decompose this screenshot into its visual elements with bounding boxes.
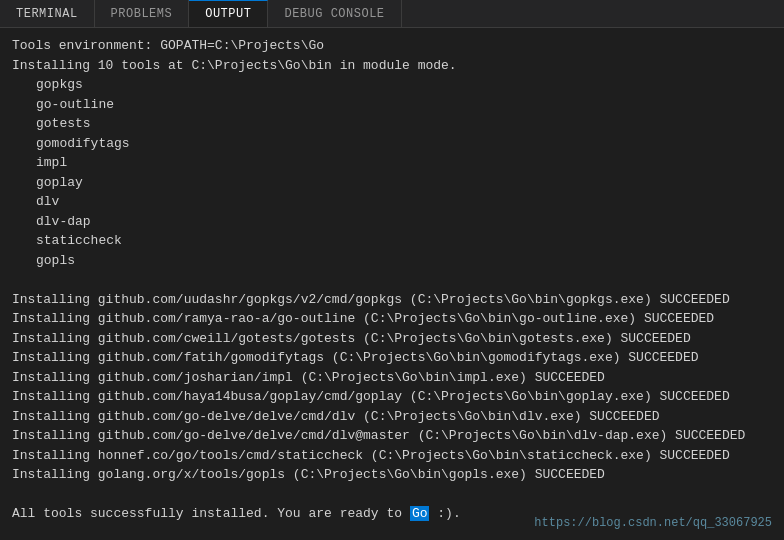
output-line: Installing github.com/cweill/gotests/got… (12, 329, 772, 349)
output-line: dlv-dap (12, 212, 772, 232)
output-line: dlv (12, 192, 772, 212)
output-line: Installing github.com/fatih/gomodifytags… (12, 348, 772, 368)
output-line: goplay (12, 173, 772, 193)
success-text-before: All tools successfully installed. You ar… (12, 506, 410, 521)
output-line: gopls (12, 251, 772, 271)
output-line (12, 485, 772, 505)
output-line: gopkgs (12, 75, 772, 95)
output-line: Installing 10 tools at C:\Projects\Go\bi… (12, 56, 772, 76)
output-line: Installing golang.org/x/tools/gopls (C:\… (12, 465, 772, 485)
output-line: Installing github.com/go-delve/delve/cmd… (12, 407, 772, 427)
go-highlight: Go (410, 506, 430, 521)
watermark: https://blog.csdn.net/qq_33067925 (534, 514, 772, 532)
output-line: Installing honnef.co/go/tools/cmd/static… (12, 446, 772, 466)
output-line: Installing github.com/haya14busa/goplay/… (12, 387, 772, 407)
output-line: Tools environment: GOPATH=C:\Projects\Go (12, 36, 772, 56)
tab-problems[interactable]: PROBLEMS (95, 0, 190, 27)
tab-output[interactable]: OUTPUT (189, 0, 268, 27)
output-line (12, 270, 772, 290)
tab-terminal[interactable]: TERMINAL (0, 0, 95, 27)
output-line: staticcheck (12, 231, 772, 251)
output-line: Installing github.com/josharian/impl (C:… (12, 368, 772, 388)
output-line: gotests (12, 114, 772, 134)
output-line: gomodifytags (12, 134, 772, 154)
output-line: go-outline (12, 95, 772, 115)
output-line: Installing github.com/uudashr/gopkgs/v2/… (12, 290, 772, 310)
success-text-after: :). (429, 506, 460, 521)
output-line: impl (12, 153, 772, 173)
output-panel: Tools environment: GOPATH=C:\Projects\Go… (0, 28, 784, 540)
output-line: Installing github.com/go-delve/delve/cmd… (12, 426, 772, 446)
output-line: Installing github.com/ramya-rao-a/go-out… (12, 309, 772, 329)
tab-bar: TERMINAL PROBLEMS OUTPUT DEBUG CONSOLE (0, 0, 784, 28)
tab-debug-console[interactable]: DEBUG CONSOLE (268, 0, 401, 27)
